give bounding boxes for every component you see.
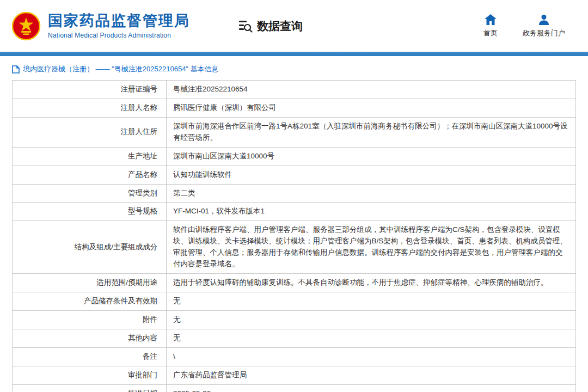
- info-table-body: 注册证编号 粤械注准20252210654 注册人名称 腾讯医疗健康（深圳）有限…: [13, 81, 576, 392]
- row-label: 备注: [13, 347, 167, 366]
- row-value: 2025-05-06: [167, 384, 576, 392]
- row-label: 审批部门: [13, 366, 167, 384]
- section-title-label: 数据查询: [257, 19, 303, 34]
- row-value: 认知功能训练软件: [167, 166, 576, 184]
- table-row: 注册人名称 腾讯医疗健康（深圳）有限公司: [13, 99, 576, 117]
- row-label: 注册证编号: [13, 81, 167, 99]
- row-value: YF-MCI-01，软件发布版本1: [167, 203, 576, 221]
- row-label: 产品储存条件及有效期: [13, 292, 167, 310]
- registration-info: 注册证编号 粤械注准20252210654 注册人名称 腾讯医疗健康（深圳）有限…: [12, 80, 576, 392]
- section-title: 数据查询: [238, 19, 303, 34]
- brand: 国家药品监督管理局 National Medical Products Admi…: [48, 13, 190, 39]
- row-label: 管理类别: [13, 184, 167, 203]
- row-value: 无: [167, 292, 576, 310]
- row-value: 腾讯医疗健康（深圳）有限公司: [167, 99, 576, 117]
- table-row: 其他内容 无: [13, 329, 576, 347]
- divider-bar: [0, 52, 588, 56]
- row-value: 广东省药品监督管理局: [167, 366, 576, 384]
- table-row: 结构及组成/主要组成成分 软件由训练程序客户端、用户管理客户端、服务器三部分组成…: [13, 221, 576, 274]
- row-value: 无: [167, 310, 576, 329]
- row-value: \: [167, 347, 576, 366]
- site-header: 国家药品监督管理局 National Medical Products Admi…: [0, 0, 588, 52]
- person-icon: [538, 14, 549, 25]
- nav-portal[interactable]: 政务服务门户: [523, 14, 565, 38]
- row-label: 附件: [13, 310, 167, 329]
- breadcrumb-text: 境内医疗器械（注册） —— "粤械注准20252210654" 基本信息: [23, 64, 219, 74]
- table-row: 审批部门 广东省药品监督管理局: [13, 366, 576, 384]
- row-label: 批准日期: [13, 384, 167, 392]
- row-label: 生产地址: [13, 147, 167, 166]
- row-label: 注册人住所: [13, 117, 167, 147]
- table-row: 管理类别 第二类: [13, 184, 576, 203]
- table-row: 适用范围/预期用途 适用于轻度认知障碍的辅助康复训练。不具备自动诊断功能，不用于…: [13, 274, 576, 292]
- table-row: 注册证编号 粤械注准20252210654: [13, 81, 576, 99]
- header-nav: 首页 政务服务门户: [483, 14, 565, 38]
- table-row: 生产地址 深圳市南山区深南大道10000号: [13, 147, 576, 166]
- info-table: 注册证编号 粤械注准20252210654 注册人名称 腾讯医疗健康（深圳）有限…: [12, 80, 576, 392]
- table-row: 附件 无: [13, 310, 576, 329]
- row-value: 粤械注准20252210654: [167, 81, 576, 99]
- row-value: 深圳市南山区深南大道10000号: [167, 147, 576, 166]
- row-value: 第二类: [167, 184, 576, 203]
- table-row: 注册人住所 深圳市前海深港合作区前湾一路1号A栋201室（入驻深圳市前海商务秘书…: [13, 117, 576, 147]
- row-label: 注册人名称: [13, 99, 167, 117]
- row-value: 无: [167, 329, 576, 347]
- document-icon: [12, 65, 20, 74]
- table-row: 产品储存条件及有效期 无: [13, 292, 576, 310]
- row-label: 结构及组成/主要组成成分: [13, 221, 167, 274]
- table-row: 型号规格 YF-MCI-01，软件发布版本1: [13, 203, 576, 221]
- home-icon: [485, 14, 497, 25]
- row-label: 适用范围/预期用途: [13, 274, 167, 292]
- row-label: 产品名称: [13, 166, 167, 184]
- row-label: 型号规格: [13, 203, 167, 221]
- table-row: 批准日期 2025-05-06: [13, 384, 576, 392]
- site-title: 国家药品监督管理局: [48, 13, 190, 29]
- nav-portal-label: 政务服务门户: [523, 28, 565, 38]
- nav-home[interactable]: 首页: [483, 14, 498, 38]
- row-value: 适用于轻度认知障碍的辅助康复训练。不具备自动诊断功能，不用于焦虑症、抑郁症等精神…: [167, 274, 576, 292]
- data-query-icon: [238, 19, 253, 33]
- row-value: 深圳市前海深港合作区前湾一路1号A栋201室（入驻深圳市前海商务秘书有限公司）；…: [167, 117, 576, 147]
- row-label: 其他内容: [13, 329, 167, 347]
- site-subtitle: National Medical Products Administration: [48, 32, 190, 39]
- table-row: 产品名称 认知功能训练软件: [13, 166, 576, 184]
- breadcrumb: 境内医疗器械（注册） —— "粤械注准20252210654" 基本信息: [12, 64, 576, 74]
- national-emblem-logo: [11, 11, 41, 41]
- row-value: 软件由训练程序客户端、用户管理客户端、服务器三部分组成，其中训练程序客户端为C/…: [167, 221, 576, 274]
- table-row: 备注 \: [13, 347, 576, 366]
- nav-home-label: 首页: [483, 28, 498, 38]
